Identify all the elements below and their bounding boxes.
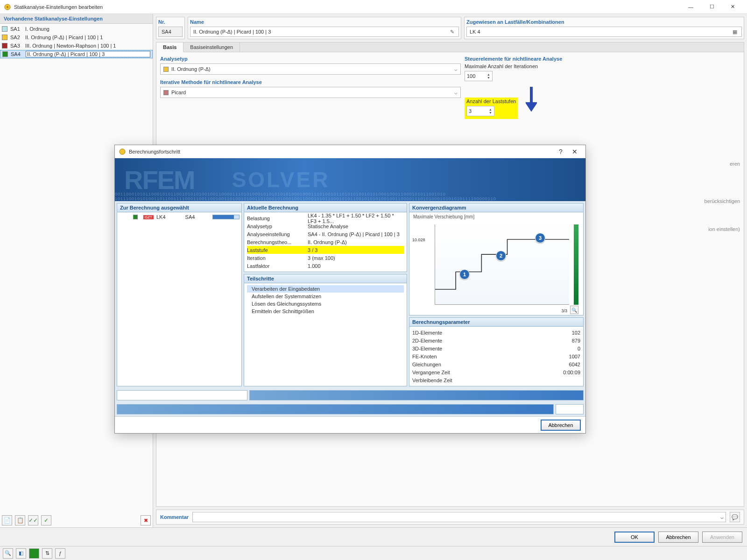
- maximize-button[interactable]: ☐: [701, 0, 722, 14]
- name-input[interactable]: II. Ordnung (P-Δ) | Picard | 100 | 3✎: [190, 27, 459, 37]
- name-label: Name: [190, 19, 459, 25]
- calc-params-panel: Berechnungsparameter 1D-Elemente1022D-El…: [409, 317, 584, 386]
- status-btn-2[interactable]: ◧: [16, 548, 26, 559]
- assigned-input[interactable]: LK 4▦: [466, 27, 742, 37]
- config-row-sa1[interactable]: SA1 I. Ordnung: [0, 25, 153, 33]
- delete-config-button[interactable]: ✖: [141, 515, 151, 525]
- load-steps-spinner[interactable]: 3▲▼: [466, 106, 494, 116]
- modal-progress-bars: [115, 388, 585, 402]
- load-steps-label: Anzahl der Laststufen: [466, 98, 516, 104]
- param-kvrow: 2D-Elemente879: [412, 336, 580, 344]
- nr-field: Nr. SA4: [156, 17, 185, 39]
- tab-basiseinstellungen[interactable]: Basiseinstellungen: [183, 42, 240, 52]
- substep-row: Lösen des Gleichungssystems: [247, 300, 404, 308]
- convergence-header: Konvergenzdiagramm: [409, 203, 583, 212]
- edit-name-icon[interactable]: ✎: [448, 29, 456, 35]
- comment-extra-button[interactable]: 💬: [730, 512, 740, 522]
- progress-bar-total: [117, 404, 554, 414]
- apply-button: Anwenden: [702, 532, 742, 543]
- calc-kvrow: AnalysetypStatische Analyse: [247, 222, 404, 230]
- modal-title: Berechnungsfortschritt: [129, 149, 180, 154]
- nr-value: SA4: [158, 27, 183, 37]
- analysis-type-dropdown[interactable]: II. Ordnung (P-Δ) ⌵: [160, 63, 461, 75]
- config-row-sa2[interactable]: SA2 II. Ordnung (P-Δ) | Picard | 100 | 1: [0, 33, 153, 42]
- tree-color-icon: [133, 215, 138, 219]
- calc-kvrow: BelastungLK4 - 1.35 * LF1 + 1.50 * LF2 +…: [247, 214, 404, 222]
- comment-input[interactable]: ⌵: [192, 512, 726, 522]
- app-icon: [4, 3, 11, 11]
- status-btn-3[interactable]: [29, 548, 39, 559]
- ok-button[interactable]: OK: [614, 532, 655, 543]
- max-iter-spinner[interactable]: 100▲▼: [465, 71, 493, 81]
- substep-row: Verarbeiten der Eingabedaten: [247, 285, 404, 293]
- tabs: Basis Basiseinstellungen: [156, 42, 744, 52]
- config-name-editable[interactable]: II. Ordnung (P-Δ) | Picard | 100 | 3: [26, 51, 150, 57]
- param-kvrow: Verbleibende Zeit: [412, 376, 580, 384]
- modal-titlebar: Berechnungsfortschritt ? ✕: [115, 145, 585, 158]
- progress-bar-sub: [249, 390, 584, 400]
- obscured-option-1: eren: [730, 161, 740, 167]
- obscured-option-3: ion einstellen): [708, 226, 740, 232]
- tab-basis[interactable]: Basis: [156, 42, 183, 52]
- help-button[interactable]: ?: [554, 148, 568, 155]
- copy-config-button[interactable]: 📋: [15, 515, 25, 525]
- param-kvrow: 1D-Elemente102: [412, 329, 580, 336]
- calc-tree[interactable]: GZT LK4 SA4: [117, 212, 241, 222]
- minimize-button[interactable]: —: [680, 0, 701, 14]
- modal-cancel-button[interactable]: Abbrechen: [541, 420, 581, 431]
- convergence-chart: Maximale Verschiebung [mm] 1 2 3 10.028 …: [409, 212, 583, 315]
- annotation-arrow-icon: [526, 87, 537, 113]
- modal-close-button[interactable]: ✕: [568, 148, 582, 155]
- nr-label: Nr.: [158, 19, 183, 25]
- assigned-label: Zugewiesen an Lastfälle/Kombinationen: [466, 19, 742, 25]
- status-btn-1[interactable]: 🔍: [3, 548, 13, 559]
- convergence-panel: Konvergenzdiagramm Maximale Verschiebung…: [409, 203, 584, 315]
- chart-ytick: 10.028: [412, 238, 425, 242]
- calc-kvrow: Iteration3 (max 100): [247, 254, 404, 262]
- close-button[interactable]: ✕: [722, 0, 743, 14]
- calc-kvrow: Lastfaktor1.000: [247, 262, 404, 270]
- comment-label: Kommentar: [160, 514, 189, 520]
- check-button-1[interactable]: ✓✓: [28, 515, 38, 525]
- assigned-picker-icon[interactable]: ▦: [731, 29, 739, 35]
- config-name: II. Ordnung (P-Δ) | Picard | 100 | 1: [25, 35, 103, 40]
- check-button-2[interactable]: ✓: [41, 515, 51, 525]
- tree-progress-icon: [212, 215, 240, 219]
- param-kvrow: 3D-Elemente0: [412, 344, 580, 352]
- dialog-footer: OK Abbrechen Anwenden: [0, 527, 747, 546]
- tree-lk: LK4: [156, 214, 166, 220]
- chart-plot: [435, 224, 569, 304]
- progress-bar-right: [556, 404, 584, 414]
- status-bar: 🔍 ◧ ⇅ ƒ: [0, 546, 747, 560]
- name-field: Name II. Ordnung (P-Δ) | Picard | 100 | …: [188, 17, 461, 39]
- chart-zoom-button[interactable]: 🔍: [570, 306, 578, 314]
- config-color-icon: [2, 35, 7, 40]
- chart-subtitle: Maximale Verschiebung [mm]: [413, 214, 579, 219]
- calc-kvrow: Berechnungstheo...II. Ordnung (P-Δ): [247, 238, 404, 246]
- config-name: I. Ordnung: [25, 26, 49, 32]
- config-row-sa3[interactable]: SA3 III. Ordnung | Newton-Raphson | 100 …: [0, 42, 153, 50]
- chevron-down-icon: ⌵: [454, 90, 458, 96]
- new-config-button[interactable]: 📄: [2, 515, 12, 525]
- obscured-option-2: berücksichtigen: [705, 198, 740, 204]
- svg-point-1: [7, 6, 8, 8]
- chevron-down-icon: ⌵: [454, 66, 458, 72]
- current-calc-header: Aktuelle Berechnung: [244, 203, 407, 212]
- comment-row: Kommentar ⌵ 💬: [156, 510, 744, 525]
- status-btn-5[interactable]: ƒ: [55, 548, 65, 559]
- substep-row: Ermitteln der Schnittgrößen: [247, 308, 404, 315]
- config-row-sa4[interactable]: SA4 II. Ordnung (P-Δ) | Picard | 100 | 3: [0, 50, 153, 58]
- cancel-button[interactable]: Abbrechen: [658, 532, 698, 543]
- assigned-field: Zugewiesen an Lastfälle/Kombinationen LK…: [464, 17, 744, 39]
- substep-row: Aufstellen der Systemmatrizen: [247, 293, 404, 300]
- max-iter-label: Maximale Anzahl der Iterationen: [465, 63, 740, 69]
- chart-marker-1: 1: [459, 269, 470, 280]
- param-kvrow: Gleichungen6042: [412, 360, 580, 368]
- chart-marker-3: 3: [535, 233, 545, 243]
- iter-method-dropdown[interactable]: Picard ⌵: [160, 87, 461, 98]
- tree-sa: SA4: [185, 214, 195, 220]
- calc-kvrow: Laststufe3 / 3: [247, 246, 404, 254]
- chart-xtick: 3/3: [561, 308, 567, 313]
- status-btn-4[interactable]: ⇅: [42, 548, 52, 559]
- config-color-icon: [2, 43, 7, 49]
